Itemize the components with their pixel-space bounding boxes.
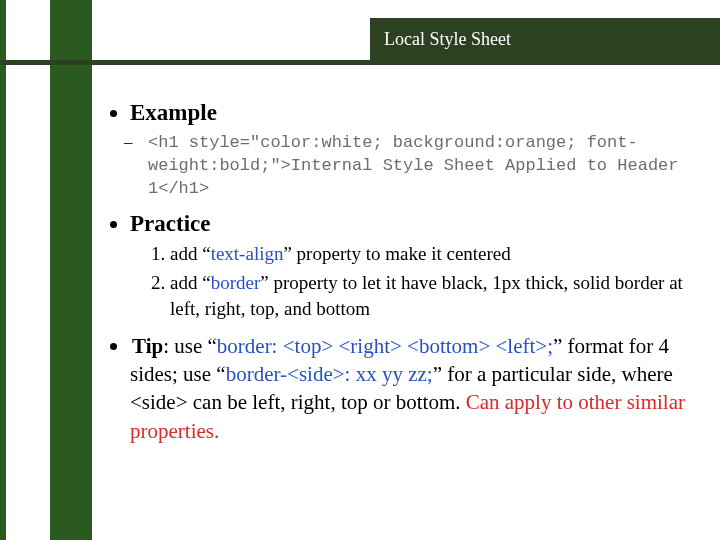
left-decor-stripe bbox=[50, 0, 92, 540]
practice-1-post: ” property to make it centered bbox=[283, 243, 510, 264]
bullet-example: Example <h1 style="color:white; backgrou… bbox=[130, 100, 688, 201]
practice-item-1: add “text-align” property to make it cen… bbox=[170, 241, 688, 267]
example-heading: Example bbox=[130, 100, 217, 125]
title-bar: Local Style Sheet bbox=[370, 18, 720, 60]
content-area: Example <h1 style="color:white; backgrou… bbox=[108, 100, 688, 451]
practice-2-pre: add “ bbox=[170, 272, 211, 293]
tip-b1: border: <top> <right> <bottom> <left>; bbox=[217, 334, 553, 358]
practice-heading: Practice bbox=[130, 211, 210, 236]
example-code-item: <h1 style="color:white; background:orang… bbox=[148, 132, 688, 201]
tip-t4: left, right, top or bottom. bbox=[252, 390, 460, 414]
tip-t1: : use “ bbox=[163, 334, 217, 358]
example-code: <h1 style="color:white; background:orang… bbox=[148, 133, 679, 198]
slide: Local Style Sheet Example <h1 style="col… bbox=[0, 0, 720, 540]
title-underline bbox=[0, 60, 720, 65]
slide-title: Local Style Sheet bbox=[370, 29, 511, 50]
bullet-practice: Practice add “text-align” property to ma… bbox=[130, 211, 688, 322]
bullet-tip: Tip: use “border: <top> <right> <bottom>… bbox=[130, 332, 688, 445]
tip-b2: border-<side>: xx yy zz; bbox=[226, 362, 433, 386]
practice-1-prop: text-align bbox=[211, 243, 284, 264]
tip-label: Tip bbox=[132, 334, 163, 358]
practice-1-pre: add “ bbox=[170, 243, 211, 264]
practice-item-2: add “border” property to let it have bla… bbox=[170, 270, 688, 321]
practice-2-prop: border bbox=[211, 272, 261, 293]
